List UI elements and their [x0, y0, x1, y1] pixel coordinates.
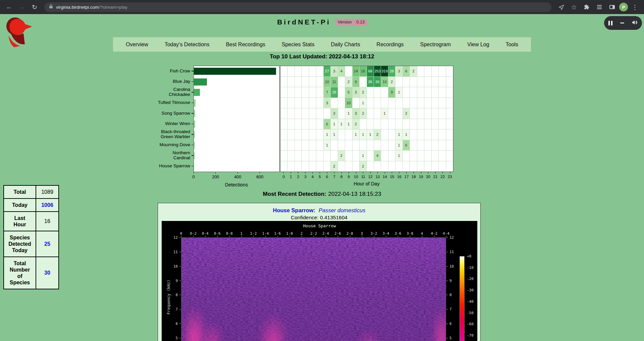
bookmark-star-icon[interactable]: ☆	[568, 1, 580, 13]
heatmap-cell	[410, 77, 417, 88]
heatmap-cell	[295, 151, 302, 161]
freq-tick-label: 5	[162, 336, 178, 340]
heatmap-cell	[381, 119, 388, 130]
heatmap-cell: 3	[353, 87, 360, 98]
heatmap-cell: 3	[331, 66, 338, 77]
heatmap-cell	[309, 87, 316, 98]
heatmap-cell	[287, 140, 294, 151]
stats-value[interactable]: 1006	[36, 198, 59, 212]
heatmap-cell	[309, 66, 316, 77]
heatmap-cell	[287, 119, 294, 130]
detection-species-line: House Sparrow:Passer domesticus	[158, 207, 480, 214]
axis-tick-label: 400	[231, 175, 245, 179]
heatmap-cell	[280, 66, 287, 77]
heatmap-cell	[417, 77, 424, 88]
heatmap-cell	[338, 129, 345, 140]
heatmap-cell	[367, 98, 374, 109]
side-panel-icon[interactable]	[606, 1, 618, 13]
heatmap-cell	[280, 108, 287, 119]
stats-label: Total Number of Species	[4, 257, 36, 289]
heatmap-cell	[353, 140, 360, 151]
heatmap-cell	[439, 151, 446, 161]
heatmap-cell: 6	[324, 119, 331, 130]
heatmap-cell: 1	[324, 140, 331, 151]
heatmap-cell: 10	[324, 77, 331, 88]
freq-tick-label: 12	[449, 235, 461, 240]
detections-bar	[194, 100, 196, 107]
hourly-heatmap: 2734141668253319283621011293639102726532…	[280, 66, 453, 172]
stats-value[interactable]: 25	[36, 231, 59, 257]
axis-tick-label: 0	[187, 175, 200, 179]
heatmap-cell	[432, 66, 439, 77]
heatmap-cell	[432, 151, 439, 161]
browser-toolbar: ← → ↻ virginia.birdnetpi.com/?stream=pla…	[0, 0, 644, 14]
heatmap-cell	[410, 129, 417, 140]
heatmap-cell	[295, 66, 302, 77]
heatmap-cell	[345, 66, 352, 77]
heatmap-cell	[424, 129, 431, 140]
heatmap-cell	[424, 87, 431, 98]
heatmap-cell	[331, 98, 338, 109]
most-recent-label: Most Recent Detection:	[263, 191, 326, 197]
back-button[interactable]: ←	[3, 1, 15, 13]
heatmap-cell	[309, 151, 316, 161]
heatmap-cell	[309, 161, 316, 172]
heatmap-cell: 6	[403, 140, 410, 151]
stats-value[interactable]: 30	[36, 257, 59, 289]
heatmap-cell	[338, 161, 345, 172]
time-tick-label: 1·4	[260, 231, 271, 236]
heatmap-cell	[410, 98, 417, 109]
species-label: Song Sparrow	[161, 111, 190, 116]
heatmap-cell: 9	[353, 77, 360, 88]
heatmap-cell: 2	[338, 151, 345, 161]
detection-scientific-name[interactable]: Passer domesticus	[319, 207, 365, 213]
heatmap-cell	[302, 66, 309, 77]
time-tick-label: 0·8	[224, 231, 235, 236]
time-tick-label: 4·2	[429, 231, 439, 236]
heatmap-cell	[287, 161, 294, 172]
heatmap-cell: 1	[403, 129, 410, 140]
time-tick-label: 2·4	[320, 231, 331, 236]
most-recent-line: Most Recent Detection:2022-04-13 18:15:2…	[0, 191, 644, 197]
axis-tick-label: 18	[410, 175, 418, 179]
time-tick-label: 0·6	[212, 231, 223, 236]
heatmap-cell	[295, 98, 302, 109]
heatmap-cell	[338, 87, 345, 98]
heatmap-cell	[287, 129, 294, 140]
heatmap-cell	[302, 98, 309, 109]
axis-tick-label: 10	[352, 175, 360, 179]
heatmap-cell: 2	[353, 119, 360, 130]
spectrogram: House Sparrow 00·20·40·60·811·21·41·61·8…	[162, 221, 477, 341]
detection-common-name[interactable]: House Sparrow:	[273, 207, 316, 213]
time-tick-label: 2·8	[344, 231, 355, 236]
db-tick-label: -50	[467, 311, 478, 315]
time-tick-label: 2·6	[332, 231, 343, 236]
heatmap-cell: 3	[353, 108, 360, 119]
heatmap-cell: 28	[388, 66, 395, 77]
extensions-puzzle-icon[interactable]	[581, 1, 592, 13]
profile-avatar[interactable]: P	[619, 3, 628, 11]
reload-button[interactable]: ↻	[29, 1, 40, 13]
heatmap-cell	[432, 77, 439, 88]
heatmap-cell	[395, 98, 402, 109]
reading-list-icon[interactable]	[594, 1, 605, 13]
address-bar[interactable]: virginia.birdnetpi.com/?stream=play	[44, 2, 551, 12]
most-recent-detection-card: House Sparrow:Passer domesticus Confiden…	[158, 203, 481, 341]
time-tick-label: 0·2	[188, 231, 199, 236]
list-lines-icon	[597, 5, 602, 9]
heatmap-cell	[309, 108, 316, 119]
most-recent-value: 2022-04-13 18:15:23	[328, 191, 381, 197]
axis-tick-label: 19	[417, 175, 425, 179]
heatmap-cell	[316, 129, 323, 140]
heatmap-cell	[302, 140, 309, 151]
detections-bar	[194, 152, 195, 159]
heatmap-cell	[309, 98, 316, 109]
freq-tick-label: 12	[162, 235, 178, 240]
menu-kebab-icon[interactable]: ⋮	[629, 1, 641, 13]
freq-tick-label: 10	[162, 264, 178, 269]
heatmap-cell	[424, 77, 431, 88]
forward-button[interactable]: →	[16, 1, 28, 13]
species-label: Mourning Dove	[159, 143, 190, 148]
send-icon[interactable]	[555, 1, 567, 13]
heatmap-cell: 68	[367, 66, 374, 77]
